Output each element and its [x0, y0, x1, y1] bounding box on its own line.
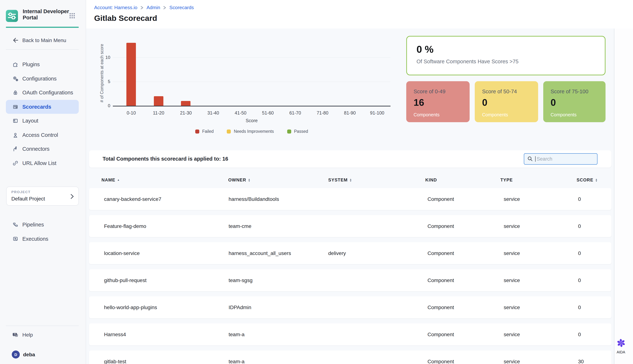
link-icon	[12, 160, 19, 166]
sidebar-item-configurations[interactable]: Configurations	[6, 72, 79, 86]
column-header-name[interactable]: NAME▲	[101, 174, 120, 186]
app-grid-icon[interactable]	[69, 12, 75, 19]
sidebar-item-scorecards[interactable]: Scorecards	[6, 100, 79, 114]
table-row[interactable]: Harness4team-aComponentservice0	[89, 324, 611, 345]
legend-label: Needs Improvements	[234, 129, 274, 134]
bar-slot	[200, 28, 227, 106]
table-row[interactable]: Feature-flag-demoteam-cmeComponentservic…	[89, 215, 611, 237]
sidebar-item-oauth-configurations[interactable]: OAuth Configurations	[6, 86, 79, 100]
summary-caption: Of Software Components Have Scores >75	[416, 58, 595, 64]
column-header-kind[interactable]: KIND	[425, 174, 437, 186]
sidebar-item-label: URL Allow List	[22, 160, 56, 166]
svg-text:?: ?	[14, 333, 16, 336]
score-summary-card: 0 % Of Software Components Have Scores >…	[406, 36, 605, 75]
cell-system: delivery	[328, 242, 346, 264]
sidebar-item-pipelines[interactable]: Pipelines	[6, 218, 79, 232]
page-header: Account: Harness.io Admin Scorecards Git…	[86, 0, 633, 28]
back-to-main-menu[interactable]: Back to Main Menu	[6, 35, 79, 45]
sidebar-item-label: OAuth Configurations	[22, 90, 73, 96]
scorecard-icon	[12, 104, 19, 110]
sidebar-item-label: Scorecards	[22, 104, 51, 110]
bar-slot	[309, 28, 336, 106]
table-row[interactable]: gitlab-testteam-aComponentservice30	[89, 350, 611, 364]
app-window: Internal Developer Portal Back to Main M…	[0, 0, 633, 364]
sidebar-item-label: Connectors	[22, 146, 50, 152]
cell-owner: team-cme	[229, 215, 251, 237]
sidebar-item-connectors[interactable]: Connectors	[6, 142, 79, 156]
sidebar-item-url-allow-list[interactable]: URL Allow List	[6, 156, 79, 170]
legend-item: Failed	[195, 129, 214, 134]
column-header-owner[interactable]: OWNER▲▼	[228, 174, 251, 186]
column-header-type[interactable]: TYPE	[500, 174, 513, 186]
cell-type: service	[504, 242, 520, 264]
stat-title: Score of 50-74	[482, 88, 538, 94]
sidebar-item-label: Plugins	[22, 62, 40, 68]
x-axis-ticks: 0-1011-2021-3031-4041-5051-6061-7071-808…	[118, 110, 391, 116]
search-icon	[527, 156, 533, 162]
sort-icon: ▲▼	[248, 178, 251, 182]
cell-kind: Component	[428, 215, 454, 237]
aida-pinwheel-icon	[617, 339, 625, 347]
bar-slot	[336, 28, 364, 106]
brand-underline	[6, 27, 79, 28]
sidebar-item-plugins[interactable]: Plugins	[6, 58, 79, 72]
cell-name: Harness4	[104, 324, 126, 345]
search-input[interactable]	[524, 153, 597, 164]
cell-owner: team-a	[229, 350, 245, 364]
aida-label: AIDA	[612, 350, 629, 354]
sort-icon: ▲▼	[595, 178, 598, 182]
legend-swatch	[195, 129, 199, 133]
x-tick-label: 91-100	[364, 110, 391, 116]
project-selector[interactable]: PROJECT Default Project	[6, 186, 79, 206]
aida-assistant-button[interactable]: AIDA	[612, 339, 629, 354]
cell-type: service	[504, 296, 520, 318]
table-row[interactable]: location-serviceharness_account_all_user…	[89, 242, 611, 264]
bar-chart	[113, 28, 390, 106]
sidebar-item-label: Configurations	[22, 76, 57, 82]
idp-logo-icon	[6, 10, 18, 22]
table-row[interactable]: hello-world-app-pluginsIDPAdminComponent…	[89, 296, 611, 318]
layout-icon	[12, 118, 19, 124]
column-header-system[interactable]: SYSTEM▲▼	[328, 174, 352, 186]
stat-value: 0	[551, 97, 605, 108]
cell-score: 0	[578, 269, 581, 291]
stat-title: Score of 0-49	[413, 88, 470, 94]
table-row[interactable]: canary-backend-service7harness/Buildandt…	[89, 188, 611, 210]
bar-slot	[145, 28, 172, 106]
x-tick-label: 81-90	[336, 110, 364, 116]
stat-label: Components	[413, 112, 470, 118]
x-tick-label: 11-20	[145, 110, 172, 116]
x-tick-label: 0-10	[118, 110, 145, 116]
breadcrumb-account-link[interactable]: Account: Harness.io	[94, 5, 137, 10]
y-tick-label: 5	[96, 79, 110, 84]
cell-owner: harness/Buildandtools	[229, 188, 279, 210]
help-button[interactable]: ? Help	[6, 330, 79, 340]
avatar: D	[12, 350, 20, 358]
column-header-score[interactable]: SCORE▲▼	[577, 174, 598, 186]
breadcrumb-scorecards-link[interactable]: Scorecards	[169, 5, 194, 10]
chevron-right-icon	[163, 6, 166, 9]
sidebar-divider	[6, 50, 79, 50]
user-name: deba	[23, 352, 35, 358]
cell-name: Feature-flag-demo	[104, 215, 146, 237]
x-tick-label: 31-40	[200, 110, 227, 116]
cell-kind: Component	[428, 324, 454, 345]
x-tick-label: 41-50	[227, 110, 254, 116]
sidebar-item-executions[interactable]: Executions	[6, 232, 79, 246]
table-row[interactable]: github-pull-requestteam-sgsgComponentser…	[89, 269, 611, 291]
breadcrumb-admin-link[interactable]: Admin	[146, 5, 160, 10]
chart-legend: FailedNeeds ImprovementsPassed	[113, 129, 390, 134]
sidebar-item-access-control[interactable]: Access Control	[6, 128, 79, 142]
sidebar-item-label: Pipelines	[22, 222, 44, 228]
main-content: # of Components at each score 0510 0-101…	[86, 28, 614, 364]
x-tick-label: 71-80	[309, 110, 336, 116]
cell-owner: IDPAdmin	[229, 296, 251, 318]
cell-kind: Component	[428, 296, 454, 318]
cell-score: 0	[578, 188, 581, 210]
cell-score: 0	[578, 215, 581, 237]
sidebar-item-layout[interactable]: Layout	[6, 114, 79, 128]
cell-type: service	[504, 188, 520, 210]
y-axis-label: # of Components at each score	[100, 44, 104, 102]
page-title: Gitlab Scorecard	[94, 14, 157, 23]
user-menu[interactable]: D deba	[6, 349, 79, 360]
